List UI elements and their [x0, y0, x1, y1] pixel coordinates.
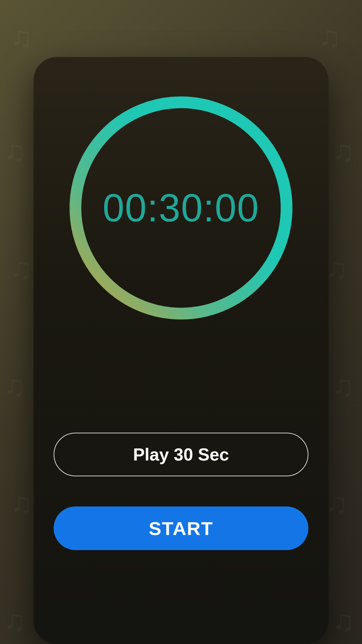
play-preview-button[interactable]: Play 30 Sec — [54, 433, 308, 476]
timer-display: 00:30:00 — [103, 185, 259, 230]
timer-card: 00:30:00 Play 30 Sec START — [34, 57, 328, 644]
start-button[interactable]: START — [54, 506, 308, 550]
timer-ring: 00:30:00 — [64, 91, 298, 325]
start-button-label: START — [149, 518, 214, 539]
play-preview-label: Play 30 Sec — [133, 444, 229, 465]
